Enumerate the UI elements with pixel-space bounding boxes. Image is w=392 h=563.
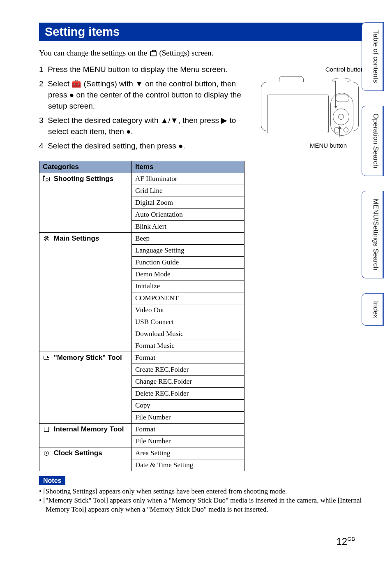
category-label: "Memory Stick" Tool	[54, 354, 122, 361]
category-cell: "Memory Stick" Tool	[39, 352, 132, 423]
step-num: 4	[39, 141, 44, 150]
item-cell: Language Setting	[132, 244, 244, 256]
item-cell: Blink Alert	[132, 220, 244, 232]
category-label: Shooting Settings	[54, 175, 113, 183]
wrench-icon: 🛠	[43, 235, 50, 242]
col-categories: Categories	[39, 161, 132, 173]
settings-table: Categories Items Shooting SettingsAF Ill…	[39, 161, 244, 471]
table-row: Internal Memory ToolFormat	[39, 423, 244, 435]
camera-icon	[43, 177, 50, 181]
toolbox-icon	[150, 51, 157, 56]
item-cell: Create REC.Folder	[132, 364, 244, 375]
step-3: 3 Select the desired category with ▲/▼, …	[39, 115, 243, 137]
item-cell: Beep	[132, 232, 244, 244]
step-text: Select the desired category with ▲/▼, th…	[48, 116, 236, 136]
category-cell: Clock Settings	[39, 447, 132, 471]
category-label: Main Settings	[54, 234, 99, 242]
control-button-label: Control button	[252, 66, 367, 73]
note-item: ["Memory Stick" Tool] appears only when …	[39, 496, 367, 514]
step-num: 1	[39, 65, 44, 74]
item-cell: Auto Orientation	[132, 209, 244, 220]
item-cell: Video Out	[132, 304, 244, 316]
memory-stick-icon	[44, 356, 49, 360]
steps-list: 1 Press the MENU button to display the M…	[39, 64, 243, 152]
sidetab-menu-settings-search[interactable]: MENU/Settings Search	[362, 191, 384, 278]
menu-button-label: MENU button	[252, 142, 367, 149]
item-cell: USB Connect	[132, 316, 244, 328]
item-cell: File Number	[132, 411, 244, 423]
item-cell: COMPONENT	[132, 292, 244, 304]
item-cell: Digital Zoom	[132, 197, 244, 209]
page-number-suffix: GB	[347, 536, 355, 542]
table-row: "Memory Stick" ToolFormat	[39, 352, 244, 364]
intro-post: (Settings) screen.	[157, 49, 214, 57]
item-cell: Format	[132, 352, 244, 364]
category-label: Clock Settings	[54, 449, 102, 457]
step-text: Select the desired setting, then press ●…	[48, 141, 185, 150]
item-cell: File Number	[132, 435, 244, 447]
item-cell: Change REC.Folder	[132, 375, 244, 387]
item-cell: Copy	[132, 399, 244, 411]
item-cell: Function Guide	[132, 256, 244, 268]
intro-pre: You can change the settings on the	[39, 49, 149, 57]
page-number: 12GB	[337, 536, 355, 547]
intro-text: You can change the settings on the (Sett…	[39, 49, 367, 58]
step-text: Press the MENU button to display the Men…	[48, 65, 227, 74]
item-cell: Date & Time Setting	[132, 459, 244, 471]
note-item: [Shooting Settings] appears only when se…	[39, 487, 367, 496]
step-num: 2	[39, 79, 44, 88]
camera-illustration: Control button MENU button	[252, 64, 367, 155]
step-num: 3	[39, 116, 44, 125]
table-row: 🛠 Main SettingsBeep	[39, 232, 244, 244]
item-cell: Download Music	[132, 328, 244, 340]
step-2: 2 Select 🧰 (Settings) with ▼ on the cont…	[39, 79, 243, 112]
category-label: Internal Memory Tool	[54, 425, 124, 433]
item-cell: Format Music	[132, 340, 244, 352]
category-cell: 🛠 Main Settings	[39, 232, 132, 352]
step-1: 1 Press the MENU button to display the M…	[39, 64, 243, 75]
item-cell: Initialize	[132, 280, 244, 292]
sidetab-index[interactable]: Index	[362, 293, 384, 326]
page-heading: Setting items	[39, 23, 367, 41]
item-cell: Delete REC.Folder	[132, 387, 244, 399]
internal-memory-icon	[44, 427, 49, 432]
step-4: 4 Select the desired setting, then press…	[39, 141, 243, 152]
notes-heading: Notes	[39, 476, 65, 485]
page-number-value: 12	[337, 536, 348, 547]
item-cell: Demo Mode	[132, 268, 244, 280]
item-cell: Format	[132, 423, 244, 435]
col-items: Items	[132, 161, 244, 173]
sidetab-operation-search[interactable]: Operation Search	[362, 106, 384, 176]
category-cell: Shooting Settings	[39, 173, 132, 232]
item-cell: Grid Line	[132, 185, 244, 197]
table-row: Clock SettingsArea Setting	[39, 447, 244, 459]
item-cell: Area Setting	[132, 447, 244, 459]
table-row: Shooting SettingsAF Illuminator	[39, 173, 244, 185]
sidetab-toc[interactable]: Table of contents	[362, 22, 384, 91]
category-cell: Internal Memory Tool	[39, 423, 132, 447]
step-text: Select 🧰 (Settings) with ▼ on the contro…	[48, 79, 241, 110]
notes-list: [Shooting Settings] appears only when se…	[39, 487, 367, 514]
clock-icon	[44, 451, 49, 456]
item-cell: AF Illuminator	[132, 173, 244, 185]
